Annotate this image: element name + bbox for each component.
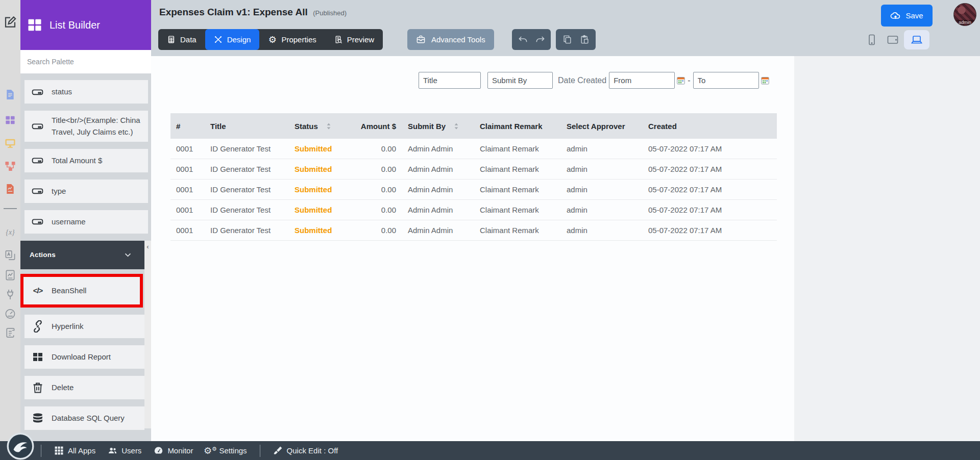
table-cell: admin [567, 144, 648, 153]
gear-icon: ⚙ [268, 35, 277, 44]
palette-item[interactable]: Title<br/>(Example: China Travel, July C… [24, 111, 148, 142]
table-cell: 05-07-2022 07:17 AM [648, 165, 777, 173]
table-header-row: #TitleStatusAmount $Submit ByClaimant Re… [170, 113, 777, 139]
report-document-icon[interactable] [5, 183, 16, 195]
column-header-label: Title [210, 122, 226, 131]
edit-icon[interactable] [4, 15, 17, 29]
palette-item-label: status [52, 86, 72, 97]
laptop-icon [911, 34, 923, 46]
action-item-label: Database SQL Query [52, 414, 125, 422]
action-item-label: Delete [52, 383, 74, 392]
sidebar-collapse-handle[interactable]: ‹ [144, 241, 151, 428]
action-item-label: Hyperlink [52, 322, 84, 330]
app-title: List Builder [50, 19, 100, 31]
table-cell: ID Generator Test [210, 206, 295, 214]
form-document-icon[interactable] [5, 89, 16, 100]
advanced-tools-button[interactable]: Advanced Tools [407, 29, 494, 50]
column-header-label: Submit By [408, 122, 446, 131]
plugin-plug-icon[interactable] [5, 289, 16, 300]
tab-label: Preview [347, 35, 374, 44]
action-item-beanshell[interactable]: </>BeanShell [20, 274, 143, 308]
filter-date-from-input[interactable] [609, 72, 675, 89]
save-button[interactable]: Save [881, 5, 933, 27]
breadcrumb: Expenses Claim v1: Expense All (Publishe… [159, 7, 347, 18]
list-preview: Date Created - #TitleStatusAmount $Submi… [151, 56, 794, 441]
palette-columns-list: statusTitle<br/>(Example: China Travel, … [20, 73, 151, 234]
filter-submit-by-input[interactable] [487, 72, 553, 89]
action-item-delete[interactable]: Delete [24, 376, 144, 399]
column-header-amount-: Amount $ [353, 122, 408, 131]
bottom-nav-quick-edit-off[interactable]: Quick Edit : Off [273, 446, 338, 455]
table-cell: Submitted [295, 165, 353, 173]
advanced-tools-label: Advanced Tools [431, 35, 485, 44]
cloud-upload-icon [890, 10, 901, 21]
palette-item[interactable]: type [24, 180, 148, 203]
calendar-icon[interactable] [761, 76, 769, 85]
process-flowchart-icon[interactable] [5, 160, 16, 172]
bottom-nav-settings[interactable]: ⚙⚙Settings [205, 446, 247, 455]
undo-icon[interactable] [518, 35, 528, 44]
chevron-left-glyph: ‹ [146, 243, 149, 250]
device-toggle-phone[interactable] [862, 30, 881, 49]
action-item-download-report[interactable]: Download Report [24, 345, 144, 369]
table-cell: Submitted [295, 206, 353, 214]
chart-document-icon[interactable] [5, 269, 16, 281]
bottom-nav-users[interactable]: Users [108, 446, 141, 455]
table-row: 0001ID Generator TestSubmitted0.00Admin … [170, 220, 777, 241]
table-cell: Submitted [295, 226, 353, 235]
actions-section-header[interactable]: Actions [20, 241, 144, 269]
table-cell: admin [567, 206, 648, 214]
tab-data[interactable]: Data [158, 29, 205, 50]
palette-item[interactable]: status [24, 80, 148, 104]
tab-design[interactable]: Design [205, 29, 260, 50]
table-cell: 0001 [176, 206, 210, 214]
trash-icon [32, 381, 44, 394]
date-range-separator: - [688, 76, 690, 85]
device-toggle-laptop[interactable] [904, 30, 929, 49]
table-cell: admin [567, 185, 648, 194]
all-apps-grid-icon [54, 446, 64, 455]
sort-icon [454, 122, 459, 130]
datalist-grid-icon[interactable] [5, 114, 16, 126]
table-cell: 0.00 [353, 226, 408, 235]
performance-gauge-icon[interactable] [5, 308, 16, 320]
column-header-status[interactable]: Status [295, 122, 353, 131]
userview-monitor-icon[interactable] [5, 137, 16, 149]
tab-properties[interactable]: ⚙Properties [259, 29, 325, 50]
palette-sidebar: List Builder statusTitle<br/>(Example: C… [20, 0, 151, 441]
users-icon [108, 446, 117, 455]
device-toggle-tablet[interactable] [883, 30, 902, 49]
palette-item[interactable]: username [24, 210, 148, 234]
bottom-nav-monitor[interactable]: Monitor [154, 446, 193, 455]
joget-logo[interactable] [7, 432, 34, 460]
paste-icon[interactable] [580, 35, 590, 44]
palette-search-input[interactable] [20, 50, 151, 73]
table-cell: Admin Admin [408, 144, 480, 153]
redo-icon[interactable] [535, 35, 545, 44]
brush-icon [273, 446, 283, 455]
palette-item-label: Title<br/>(Example: China Travel, July C… [52, 114, 144, 138]
table-cell: Claimant Remark [480, 144, 567, 153]
table-cell: admin [567, 226, 648, 235]
tab-preview[interactable]: Preview [325, 29, 383, 50]
environment-variable-icon[interactable]: {x} [5, 226, 16, 238]
bottom-nav-all-apps[interactable]: All Apps [54, 446, 95, 455]
column-header-claimant-remark: Claimant Remark [480, 122, 567, 131]
action-item-database-sql-query[interactable]: Database SQL Query [24, 406, 144, 430]
i18n-translate-icon[interactable] [5, 249, 16, 261]
filter-date-to-input[interactable] [693, 72, 759, 89]
copy-icon[interactable] [562, 35, 572, 44]
download-report-grid-icon [32, 351, 44, 363]
table-row: 0001ID Generator TestSubmitted0.00Admin … [170, 200, 777, 220]
scroll-icon[interactable] [5, 327, 16, 339]
copy-paste-group [556, 29, 596, 50]
filter-title-input[interactable] [419, 72, 481, 89]
column-header-submit-by[interactable]: Submit By [408, 122, 480, 131]
calendar-icon[interactable] [677, 76, 685, 85]
avatar[interactable]: admin [953, 3, 976, 26]
column-header-label: Status [295, 122, 318, 131]
sort-icon [326, 122, 331, 130]
action-item-hyperlink[interactable]: Hyperlink [24, 315, 144, 338]
tab-label: Data [180, 35, 197, 44]
palette-item[interactable]: Total Amount $ [24, 149, 148, 172]
